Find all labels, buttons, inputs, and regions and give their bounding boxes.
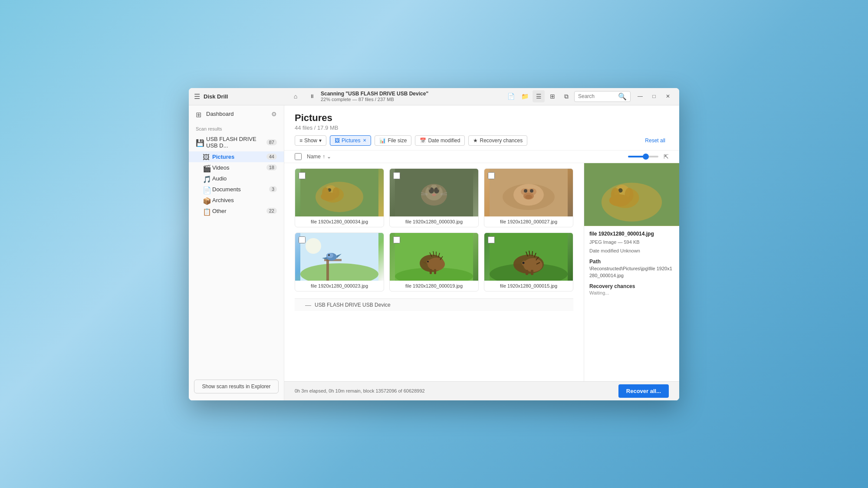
svg-rect-62 — [526, 270, 528, 275]
dashboard-item[interactable]: ⊞ Dashboard ⚙ — [189, 105, 284, 123]
usb-badge: 87 — [266, 139, 277, 145]
file-size-filter[interactable]: 📊 File size — [375, 135, 411, 146]
split-view-button[interactable]: ⧉ — [560, 90, 572, 102]
search-input[interactable] — [578, 93, 616, 99]
file-card-label: file 1920x1280_000019.jpg — [390, 281, 478, 291]
file-card[interactable]: file 1920x1280_000034.jpg — [295, 168, 384, 227]
pause-button[interactable]: ⏸ — [307, 91, 317, 102]
scan-results-label: Scan results — [189, 123, 284, 133]
zoom-slider[interactable] — [628, 156, 658, 157]
sort-asc-icon: ↑ — [322, 154, 325, 160]
pictures-filter-icon: 🖼 — [335, 138, 340, 144]
page-title: Pictures — [295, 112, 669, 124]
file-checkbox[interactable] — [488, 172, 495, 179]
file-checkbox[interactable] — [488, 236, 495, 243]
file-checkbox[interactable] — [299, 236, 306, 243]
maximize-button[interactable]: □ — [648, 90, 660, 102]
date-modified-filter[interactable]: 📅 Date modified — [415, 135, 465, 146]
grid-view-button[interactable]: ⊞ — [546, 90, 559, 102]
file-card[interactable]: file 1920x1280_000030.jpg — [389, 168, 479, 227]
sidebar-item-other[interactable]: 📋 Other 22 — [189, 206, 284, 216]
pictures-label: Pictures — [212, 154, 263, 160]
toolbar-icons: 📄 📁 ☰ ⊞ ⧉ 🔍 — [505, 90, 631, 102]
expand-icon: ⌄ — [327, 154, 331, 160]
drive-footer: — USB FLASH DRIVE USB Device — [295, 298, 573, 311]
sidebar-item-audio[interactable]: 🎵 Audio — [189, 173, 284, 184]
svg-point-26 — [530, 189, 533, 193]
check-all-checkbox[interactable] — [295, 153, 302, 160]
recover-all-button[interactable]: Recover all... — [618, 384, 669, 398]
bottom-bar: 0h 3m elapsed, 0h 10m remain, block 1357… — [284, 381, 679, 400]
date-value: Unknown — [620, 248, 640, 253]
other-label: Other — [212, 208, 263, 214]
recovery-chances-filter[interactable]: ★ Recovery chances — [468, 135, 527, 146]
file-card-label: file 1920x1280_000030.jpg — [390, 216, 478, 227]
preview-meta: JPEG Image — 594 KB — [589, 239, 674, 246]
file-card[interactable]: file 1920x1280_000019.jpg — [389, 233, 479, 291]
show-explorer-button[interactable]: Show scan results in Explorer — [194, 380, 279, 393]
sidebar-item-usb[interactable]: 💾 USB FLASH DRIVE USB D... 87 — [189, 133, 284, 151]
preview-size: 594 KB — [624, 239, 639, 245]
svg-point-25 — [524, 189, 527, 193]
file-card[interactable]: file 1920x1280_000023.jpg — [295, 233, 384, 291]
documents-label: Documents — [212, 186, 266, 193]
file-size-label: File size — [388, 138, 407, 144]
svg-rect-48 — [430, 269, 432, 274]
pictures-filter-chip[interactable]: 🖼 Pictures ✕ — [330, 135, 371, 146]
preview-type: JPEG Image — [589, 239, 616, 245]
sidebar-bottom: Show scan results in Explorer — [189, 376, 284, 397]
sidebar-item-documents[interactable]: 📄 Documents 3 — [189, 184, 284, 195]
external-link-icon[interactable]: ⇱ — [664, 153, 669, 160]
reset-all-button[interactable]: Reset all — [641, 136, 669, 145]
scan-progress: 22% complete — 87 files / 237 MB — [321, 97, 428, 102]
file-card-label: file 1920x1280_000027.jpg — [484, 216, 573, 227]
pictures-filter-close-icon[interactable]: ✕ — [363, 138, 366, 143]
search-icon: 🔍 — [618, 92, 627, 101]
file-card[interactable]: file 1920x1280_000015.jpg — [484, 233, 573, 291]
svg-point-40 — [427, 258, 445, 271]
file-thumbnail — [295, 169, 384, 216]
content-header: Pictures 44 files / 17.9 MB — [284, 105, 679, 131]
pictures-filter-label: Pictures — [342, 138, 360, 144]
sidebar-item-videos[interactable]: 🎬 Videos 18 — [189, 162, 284, 173]
app-title: Disk Drill — [204, 93, 228, 100]
svg-point-12 — [425, 185, 443, 200]
file-view-button[interactable]: 📄 — [505, 90, 517, 102]
file-card-label: file 1920x1280_000015.jpg — [484, 281, 573, 291]
sidebar-item-archives[interactable]: 📦 Archives — [189, 195, 284, 206]
videos-icon: 🎬 — [203, 164, 209, 170]
preview-image — [584, 163, 679, 226]
pictures-icon: 🖼 — [203, 154, 209, 160]
file-checkbox[interactable] — [393, 172, 400, 179]
grid-area: file 1920x1280_000034.jpg — [284, 163, 679, 381]
folder-view-button[interactable]: 📁 — [519, 90, 531, 102]
minimize-button[interactable]: — — [634, 90, 646, 102]
home-button[interactable]: ⌂ — [289, 90, 302, 102]
sidebar-item-pictures[interactable]: 🖼 Pictures 44 — [189, 151, 284, 162]
list-view-button[interactable]: ☰ — [533, 90, 545, 102]
main-layout: ⊞ Dashboard ⚙ Scan results 💾 USB FLASH D… — [189, 105, 679, 400]
file-thumbnail — [390, 233, 478, 281]
preview-filename: file 1920x1280_000014.jpg — [589, 230, 674, 238]
file-card-label: file 1920x1280_000023.jpg — [295, 281, 384, 291]
file-grid: file 1920x1280_000034.jpg — [295, 168, 573, 291]
svg-point-42 — [427, 261, 429, 262]
calendar-icon: 📅 — [420, 138, 426, 144]
dashboard-icon: ⊞ — [196, 111, 203, 118]
other-badge: 22 — [266, 208, 277, 214]
hamburger-icon[interactable]: ☰ — [194, 92, 200, 101]
close-button[interactable]: ✕ — [662, 90, 674, 102]
file-card[interactable]: file 1920x1280_000027.jpg — [484, 168, 573, 227]
svg-rect-72 — [584, 163, 679, 226]
usb-label: USB FLASH DRIVE USB D... — [206, 136, 263, 149]
archives-label: Archives — [212, 197, 277, 203]
file-checkbox[interactable] — [393, 236, 400, 243]
settings-icon[interactable]: ⚙ — [271, 111, 277, 118]
name-column-header[interactable]: Name ↑ ⌄ — [307, 154, 331, 160]
svg-point-30 — [306, 238, 321, 254]
sidebar: ⊞ Dashboard ⚙ Scan results 💾 USB FLASH D… — [189, 105, 284, 400]
file-checkbox[interactable] — [299, 172, 306, 179]
show-filter-button[interactable]: ≡ Show ▾ — [295, 135, 326, 146]
documents-icon: 📄 — [203, 186, 209, 192]
documents-badge: 3 — [269, 186, 277, 192]
